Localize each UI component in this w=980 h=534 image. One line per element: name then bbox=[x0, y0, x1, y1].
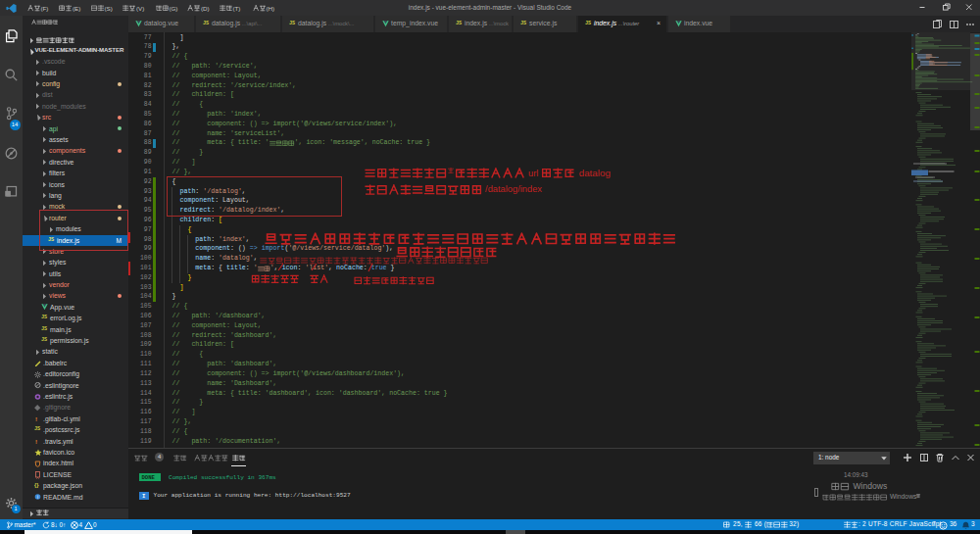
svg-text:i: i bbox=[37, 495, 38, 500]
